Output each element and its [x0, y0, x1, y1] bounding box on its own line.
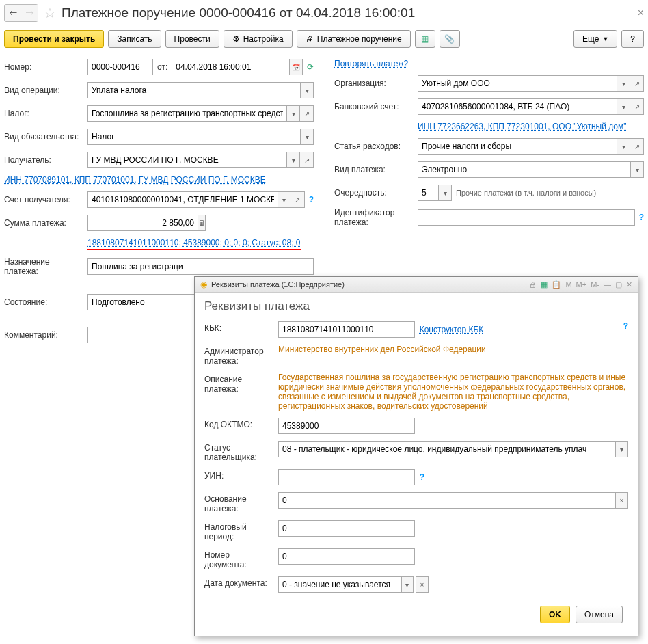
payment-type-label: Вид платежа:: [334, 165, 414, 174]
print-icon[interactable]: 🖨: [529, 280, 537, 289]
open-icon[interactable]: ↗: [630, 138, 644, 155]
org-input[interactable]: [418, 75, 617, 92]
close-icon[interactable]: ×: [638, 7, 644, 19]
print-button[interactable]: 🖨Платежное поручение: [297, 30, 411, 48]
obl-type-input[interactable]: [87, 129, 300, 145]
payment-type-input[interactable]: [418, 161, 630, 178]
bank-account-input[interactable]: [418, 98, 617, 115]
dropdown-icon[interactable]: ▾: [617, 98, 630, 115]
id-label: Идентификатор платежа:: [334, 208, 414, 227]
expense-input[interactable]: [418, 138, 617, 155]
kbk-label: КБК:: [204, 321, 273, 333]
calc-mplus-icon[interactable]: M+: [576, 280, 587, 289]
recipient-acc-input[interactable]: [87, 191, 278, 208]
maximize-icon[interactable]: ▢: [615, 280, 622, 289]
dropdown-icon[interactable]: ▾: [286, 105, 300, 122]
recipient-input[interactable]: [87, 152, 286, 168]
structure-button[interactable]: ▦: [415, 30, 435, 48]
tax-label: Налог:: [4, 109, 83, 118]
grid-icon[interactable]: ▦: [541, 280, 548, 289]
calc-mminus-icon[interactable]: M-: [591, 280, 599, 289]
nav-back-button[interactable]: 🡐: [5, 5, 21, 21]
comment-label: Комментарий:: [4, 330, 83, 340]
settings-button[interactable]: ⚙Настройка: [224, 30, 293, 48]
open-icon[interactable]: ↗: [630, 75, 644, 92]
dropdown-icon[interactable]: ▾: [630, 161, 644, 178]
kbk-summary-link[interactable]: 18810807141011000110; 45389000; 0; 0; 0;…: [87, 238, 301, 247]
calculator-icon[interactable]: 🖩: [198, 215, 206, 231]
more-button[interactable]: Еще ▼: [573, 30, 617, 48]
priority-input[interactable]: [418, 185, 438, 201]
help-icon[interactable]: ?: [623, 321, 628, 331]
minimize-icon[interactable]: —: [604, 280, 611, 289]
obl-type-label: Вид обязательства:: [4, 132, 83, 142]
open-icon[interactable]: ↗: [300, 105, 314, 122]
expense-label: Статья расходов:: [334, 142, 414, 151]
dropdown-icon[interactable]: ▾: [300, 129, 314, 145]
calendar-icon[interactable]: 📋: [552, 280, 561, 289]
help-button[interactable]: ?: [621, 30, 644, 48]
dropdown-icon[interactable]: ▾: [617, 75, 630, 92]
nav-buttons: 🡐 🡒: [4, 4, 38, 22]
dropdown-icon[interactable]: ▾: [278, 191, 291, 208]
op-type-label: Вид операции:: [4, 85, 83, 95]
recipient-acc-label: Счет получателя:: [4, 195, 83, 204]
help-icon[interactable]: ?: [639, 213, 644, 222]
dropdown-icon[interactable]: ▾: [617, 138, 630, 155]
dropdown-icon[interactable]: ▾: [300, 82, 314, 98]
payment-details-dialog: ◉ Реквизиты платежа (1С:Предприятие) 🖨 ▦…: [194, 276, 638, 347]
date-input[interactable]: [172, 59, 289, 75]
id-input[interactable]: [418, 209, 635, 226]
org-label: Организация:: [334, 79, 414, 88]
structure-icon: ▦: [421, 34, 429, 44]
app-icon: ◉: [200, 280, 207, 289]
close-icon[interactable]: ✕: [626, 280, 632, 289]
date-label: от:: [157, 62, 167, 72]
open-icon[interactable]: ↗: [630, 98, 644, 115]
repeat-payment-link[interactable]: Повторять платеж?: [334, 59, 408, 68]
attach-button[interactable]: 📎: [440, 30, 460, 48]
open-icon[interactable]: ↗: [300, 152, 314, 168]
kbk-constructor-link[interactable]: Конструктор КБК: [420, 325, 484, 334]
amount-input[interactable]: [87, 215, 198, 231]
org-inn-link[interactable]: ИНН 7723662263, КПП 772301001, ООО "Уютн…: [418, 122, 626, 131]
admin-value: Министерство внутренних дел Российской Ф…: [278, 345, 628, 347]
status-label: Состояние:: [4, 297, 83, 307]
page-title: Платежное поручение 0000-000416 от 04.04…: [62, 5, 632, 21]
number-label: Номер:: [4, 62, 83, 72]
recipient-label: Получатель:: [4, 155, 83, 165]
chevron-down-icon: ▼: [602, 36, 608, 42]
dropdown-icon[interactable]: ▾: [438, 185, 452, 201]
favorite-star-icon[interactable]: ☆: [44, 5, 56, 21]
dialog-window-title: Реквизиты платежа (1С:Предприятие): [211, 280, 525, 289]
op-type-input[interactable]: [87, 82, 300, 98]
post-and-close-button[interactable]: Провести и закрыть: [4, 30, 104, 48]
amount-label: Сумма платежа:: [4, 218, 83, 228]
nav-forward-button[interactable]: 🡒: [21, 5, 38, 21]
admin-label: Администратор платежа:: [204, 345, 273, 347]
priority-label: Очередность:: [334, 188, 414, 198]
help-icon[interactable]: ?: [309, 195, 314, 204]
calendar-icon[interactable]: 📅: [289, 59, 303, 75]
priority-hint: Прочие платежи (в т.ч. налоги и взносы): [456, 189, 596, 197]
dropdown-icon[interactable]: ▾: [286, 152, 300, 168]
open-icon[interactable]: ↗: [291, 191, 305, 208]
paperclip-icon: 📎: [444, 34, 455, 44]
purpose-input[interactable]: [87, 258, 314, 275]
number-input[interactable]: [87, 59, 153, 75]
refresh-icon[interactable]: ⟳: [307, 62, 314, 72]
dialog-title: Реквизиты платежа: [204, 299, 628, 313]
post-button[interactable]: Провести: [165, 30, 219, 48]
bank-account-label: Банковский счет:: [334, 102, 414, 111]
printer-icon: 🖨: [306, 34, 314, 44]
recipient-inn-link[interactable]: ИНН 7707089101, КПП 770701001, ГУ МВД РО…: [4, 175, 266, 185]
save-button[interactable]: Записать: [108, 30, 161, 48]
calc-m-icon[interactable]: M: [565, 280, 571, 289]
kbk-input[interactable]: [278, 321, 415, 338]
purpose-label: Назначение платежа:: [4, 257, 83, 276]
gear-icon: ⚙: [232, 34, 240, 44]
tax-input[interactable]: [87, 105, 286, 122]
